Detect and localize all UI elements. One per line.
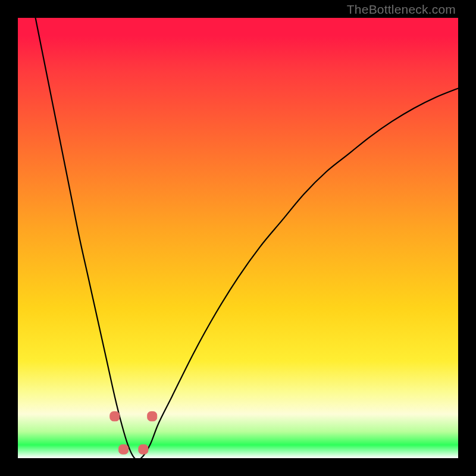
chart-svg (18, 18, 458, 458)
curve-marker (110, 412, 120, 421)
watermark-text: TheBottleneck.com (347, 2, 456, 17)
curve-marker (148, 412, 157, 421)
chart-frame (18, 18, 458, 458)
curve-marker (119, 444, 129, 454)
curve-marker (139, 444, 148, 454)
curve-markers (110, 412, 157, 455)
bottleneck-curve (36, 18, 458, 460)
